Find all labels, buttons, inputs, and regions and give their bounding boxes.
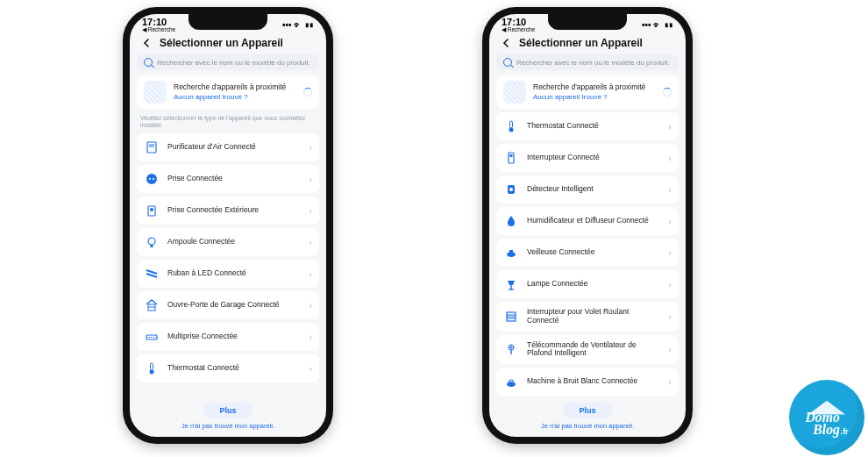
chevron-right-icon: › [668,153,672,163]
device-row[interactable]: Humidificateur et Diffuseur Connecté› [496,207,679,235]
domo-blog-logo: Domo Blog .fr [789,380,864,455]
back-button[interactable] [500,37,512,49]
chevron-right-icon: › [309,205,312,216]
svg-point-8 [148,238,155,245]
outdoor-plug-icon [144,203,160,218]
device-label: Lampe Connectée [527,280,660,289]
notch [548,14,627,30]
svg-point-5 [153,178,154,180]
detector-icon [503,182,519,197]
led-strip-icon [144,266,160,282]
svg-rect-21 [510,154,513,157]
proximity-icon [144,81,167,104]
fan-remote-icon [503,341,519,357]
status-indicators: ••• ᯤ ▮▮ [282,20,314,30]
proximity-card[interactable]: Recherche d'appareils à proximité Aucun … [496,75,679,109]
svg-point-23 [509,188,513,191]
device-label: Ampoule Connectée [167,238,301,246]
device-row[interactable]: Ampoule Connectée› [137,228,319,256]
not-found-link[interactable]: Je n'ai pas trouvé mon appareil. [489,422,686,430]
search-input[interactable]: Rechercher avec le nom ou le modèle du p… [137,54,319,70]
proximity-title: Recherche d'appareils à proximité [174,82,296,91]
device-row[interactable]: Interrupteur pour Volet Roulant Connecté… [496,302,679,332]
device-row[interactable]: Multiprise Connectée› [137,323,319,351]
not-found-link[interactable]: Je n'ai pas trouvé mon appareil. [130,422,326,430]
breadcrumb-back[interactable]: ◀ Recherche [142,27,175,33]
switch-icon [503,150,519,166]
breadcrumb-back[interactable]: ◀ Recherche [502,27,535,33]
chevron-right-icon: › [668,184,672,195]
device-row[interactable]: Télécommande de Ventilateur de Plafond I… [496,335,679,365]
garage-icon [144,297,160,313]
svg-rect-25 [509,250,513,254]
phone-mock-2: 17:10 ◀ Recherche ••• ᯤ ▮▮ Sélectionner … [482,7,693,444]
device-row[interactable]: Thermostat Connecté› [496,112,679,140]
spinner-icon [303,88,312,96]
svg-rect-20 [509,153,514,163]
search-placeholder: Rechercher avec le nom ou le modèle du p… [157,59,310,67]
device-list-2: Thermostat Connecté›Interrupteur Connect… [496,112,679,397]
svg-point-34 [507,382,516,387]
no-device-link[interactable]: Aucun appareil trouvé ? [533,93,656,102]
device-row[interactable]: Ouvre-Porte de Garage Connecté› [137,291,319,319]
svg-point-3 [146,174,157,184]
device-row[interactable]: Détecteur Intelligent› [496,175,679,204]
device-row[interactable]: Lampe Connectée› [496,270,679,298]
device-label: Ruban à LED Connecté [167,269,301,278]
lamp-icon [503,276,519,292]
bulb-icon [144,234,160,250]
device-row[interactable]: Prise Connectée› [137,165,319,193]
device-label: Ouvre-Porte de Garage Connecté [167,301,301,310]
device-label: Interrupteur pour Volet Roulant Connecté [527,308,660,325]
device-row[interactable]: Veilleuse Connectée› [496,239,679,267]
device-row[interactable]: Ruban à LED Connecté› [137,260,319,288]
svg-text:.fr: .fr [841,427,849,436]
svg-point-7 [150,208,153,211]
search-placeholder: Rechercher avec le nom ou le modèle du p… [516,59,670,67]
device-label: Humidificateur et Diffuseur Connecté [527,217,660,225]
device-label: Interrupteur Connecté [527,154,660,162]
device-label: Thermostat Connecté [167,364,301,373]
humidifier-icon [503,213,519,229]
no-device-link[interactable]: Aucun appareil trouvé ? [174,93,296,102]
search-icon [503,58,512,67]
svg-point-19 [509,128,514,132]
proximity-card[interactable]: Recherche d'appareils à proximité Aucun … [137,75,319,109]
device-label: Multiprise Connectée [167,332,301,341]
notch [189,14,267,30]
svg-point-17 [150,369,154,374]
device-row[interactable]: Thermostat Connecté› [137,354,319,382]
device-row[interactable]: Prise Connectée Extérieure› [137,196,319,225]
more-button[interactable]: Plus [563,403,611,418]
device-label: Veilleuse Connectée [527,248,660,257]
svg-point-14 [151,336,153,338]
more-button[interactable]: Plus [203,403,252,418]
proximity-title: Recherche d'appareils à proximité [533,82,656,91]
svg-rect-16 [151,363,153,370]
chevron-right-icon: › [309,142,312,153]
helper-text: Veuillez sélectionner le type de l'appar… [130,112,326,133]
svg-rect-9 [151,245,153,247]
device-row[interactable]: Interrupteur Connecté› [496,144,679,172]
chevron-right-icon: › [668,247,672,258]
plug-icon [144,171,160,187]
chevron-right-icon: › [668,121,672,132]
chevron-right-icon: › [309,268,312,279]
svg-point-4 [149,178,151,180]
back-button[interactable] [140,37,153,49]
device-row[interactable]: Machine à Bruit Blanc Connectée› [496,368,679,396]
search-input[interactable]: Rechercher avec le nom ou le modèle du p… [496,54,679,70]
device-label: Prise Connectée Extérieure [167,206,301,215]
device-label: Télécommande de Ventilateur de Plafond I… [527,341,660,359]
power-strip-icon [144,329,160,345]
chevron-right-icon: › [668,376,672,387]
proximity-icon [503,81,526,104]
chevron-right-icon: › [309,237,312,247]
status-indicators: ••• ᯤ ▮▮ [642,20,673,30]
chevron-right-icon: › [309,300,312,311]
device-row[interactable]: Purificateur d'Air Connecté› [137,133,319,161]
shutter-switch-icon [503,309,519,325]
device-label: Prise Connectée [167,175,301,183]
device-label: Purificateur d'Air Connecté [167,143,301,152]
svg-point-13 [148,336,150,338]
